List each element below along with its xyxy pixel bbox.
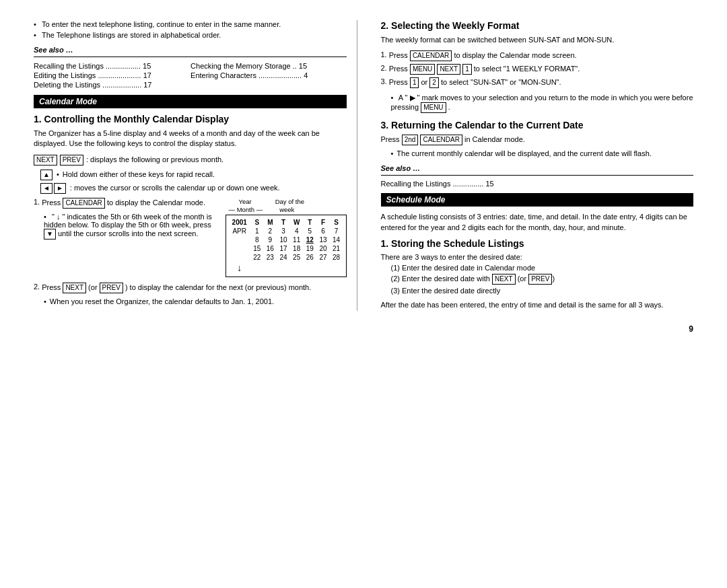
see-also-cell: Checking the Memory Storage .. 15 — [191, 61, 346, 71]
cal-d22: 22 — [250, 253, 264, 262]
s2-step1: 1. Press CALENDAR to display the Calenda… — [381, 50, 694, 61]
section4-title: 1. Storing the Schedule Listings — [381, 238, 694, 249]
s2-step2: 2. Press MENU NEXT 1 to select "1 WEEKLY… — [381, 64, 694, 75]
cal-month-row: APR 1 2 3 4 5 6 7 — [229, 227, 343, 235]
bullet-item-2: The Telephone listings are stored in alp… — [34, 31, 347, 39]
cal-header-m: M — [264, 218, 277, 227]
cal-d28: 28 — [330, 253, 343, 262]
next-key-s2: NEXT — [437, 64, 460, 75]
cal-d23: 23 — [264, 253, 277, 262]
s4-item-1: (1) Enter the desired date in Calendar m… — [391, 264, 694, 272]
s2-step3: 3. Press 1 or 2 to select "SUN-SAT" or "… — [381, 77, 694, 88]
cal-header-t1: T — [277, 218, 290, 227]
see-also-section: See also … Recalling the Listings ......… — [34, 46, 347, 89]
step3-bullet: When you reset the Organizer, the calend… — [34, 297, 347, 305]
year-annotation: Year — [239, 198, 252, 205]
s2-step2-num: 2. — [381, 64, 387, 72]
see-also-cell: Deleting the Listings ..................… — [34, 80, 191, 89]
bullet-item-1: To enter the next telephone listing, con… — [34, 20, 347, 28]
month-label: — — [229, 206, 237, 213]
section3-press: Press 2nd CALENDAR in Calendar mode. — [381, 135, 694, 145]
calendar-diagram: 2001 S M T W T F S APR 1 2 — [226, 215, 347, 277]
cal-d12: 12 — [303, 235, 316, 244]
cal-d8: 8 — [250, 235, 264, 244]
cal-d3: 3 — [277, 227, 290, 235]
step2-text: Press NEXT (or PREV ) to display the cal… — [42, 283, 311, 293]
hold-text: Hold down either of these keys for rapid… — [57, 170, 215, 178]
next-key-2: NEXT — [63, 283, 86, 293]
step1-text: Press CALENDAR to display the Calendar m… — [42, 198, 205, 209]
calendar-key-s2: CALENDAR — [410, 50, 452, 61]
s4-item-2-text: (2) Enter the desired date with NEXT (or… — [391, 274, 555, 285]
see-also-right-divider — [381, 175, 694, 176]
step1-press-row: 1. Press CALENDAR to display the Calenda… — [34, 198, 215, 209]
month-annotation: — Month — — [229, 206, 263, 213]
cal-d24: 24 — [277, 253, 290, 262]
page-container: To enter the next telephone listing, con… — [34, 20, 693, 311]
2nd-key: 2nd — [402, 135, 419, 145]
cal-d25: 25 — [290, 253, 304, 262]
arrow-up-row: ▲ Hold down either of these keys for rap… — [34, 170, 347, 180]
cal-d13: 13 — [316, 235, 330, 244]
cal-d26: 26 — [303, 253, 316, 262]
menu-key: MENU — [410, 64, 435, 75]
see-also-right-section: See also … Recalling the Listings ......… — [381, 164, 694, 188]
next-prev-label: : displays the following or previous mon… — [86, 155, 223, 165]
next-key: NEXT — [34, 155, 57, 166]
cal-d9: 9 — [264, 235, 277, 244]
next-key-s4: NEXT — [492, 274, 516, 285]
s4-item-2: (2) Enter the desired date with NEXT (or… — [391, 274, 694, 285]
section1-title: 1. Controlling the Monthly Calendar Disp… — [34, 114, 347, 124]
see-also-cell — [191, 80, 346, 89]
right-arrow-key: ► — [54, 183, 66, 194]
down-key: ▼ — [44, 229, 56, 240]
left-column: To enter the next telephone listing, con… — [34, 20, 357, 311]
month-dash: — — [256, 206, 263, 213]
cal-row-2: 8 9 10 11 12 13 14 — [229, 235, 343, 244]
cal-annotations-2: — Month — week — [226, 206, 347, 213]
cal-header-f: F — [316, 218, 330, 227]
hold-label: Hold down either of these keys for rapid… — [57, 170, 215, 180]
schedule-intro: A schedule listing consists of 3 entries… — [381, 212, 694, 233]
s2-step2-text: Press MENU NEXT 1 to select "1 WEEKLY FO… — [389, 64, 580, 75]
see-also-row-2: Editing the Listings ...................… — [34, 71, 347, 80]
step1-left: 1. Press CALENDAR to display the Calenda… — [34, 198, 215, 277]
cal-empty2 — [229, 244, 250, 253]
see-also-row-1: Recalling the Listings .................… — [34, 61, 347, 71]
cal-row-arrow: ↓ — [229, 262, 343, 274]
prev-key: PREV — [60, 155, 83, 166]
s4-item-3: (3) Enter the desired date directly — [391, 287, 694, 295]
cal-empty — [229, 235, 250, 244]
cal-annotations: Year Day of the — [226, 198, 347, 205]
section4-intro: There are 3 ways to enter the desired da… — [381, 253, 694, 261]
cal-d27: 27 — [316, 253, 330, 262]
cal-header-s1: S — [250, 218, 264, 227]
calendar-diagram-area: Year Day of the — Month — week — [226, 198, 347, 277]
cal-d11: 11 — [290, 235, 304, 244]
cal-empty4 — [250, 262, 343, 274]
week-label: week — [279, 206, 294, 213]
cal-d7: 7 — [330, 227, 343, 235]
cal-d1: 1 — [250, 227, 264, 235]
prev-key-2: PREV — [100, 283, 123, 293]
section2-steps: 1. Press CALENDAR to display the Calenda… — [381, 50, 694, 88]
week-bullet: " ↓ " indicates the 5th or 6th week of t… — [34, 213, 215, 240]
cal-d6: 6 — [316, 227, 330, 235]
see-also-divider — [34, 57, 347, 57]
s2-step3-num: 3. — [381, 77, 387, 85]
calendar-table: 2001 S M T W T F S APR 1 2 — [229, 218, 343, 274]
right-column: 2. Selecting the Weekly Format The weekl… — [378, 20, 694, 311]
section4-list: (1) Enter the desired date in Calendar m… — [381, 264, 694, 295]
lr-arrow-label: : moves the cursor or scrolls the calend… — [70, 183, 280, 193]
s2-step1-text: Press CALENDAR to display the Calendar m… — [389, 50, 577, 61]
cal-d19: 19 — [303, 244, 316, 253]
cal-month-cell: APR — [229, 227, 250, 235]
see-also-cell: Entering Characters ....................… — [191, 71, 346, 80]
see-also-right-item: Recalling the Listings ............... 1… — [381, 180, 694, 188]
calendar-key-s3: CALENDAR — [420, 135, 462, 145]
lr-arrow-row: ◄ ► : moves the cursor or scrolls the ca… — [34, 183, 347, 194]
cal-year-cell: 2001 — [229, 218, 250, 227]
week-annotation: week — [279, 206, 294, 213]
cal-d16: 16 — [264, 244, 277, 253]
two-key: 2 — [429, 77, 439, 88]
